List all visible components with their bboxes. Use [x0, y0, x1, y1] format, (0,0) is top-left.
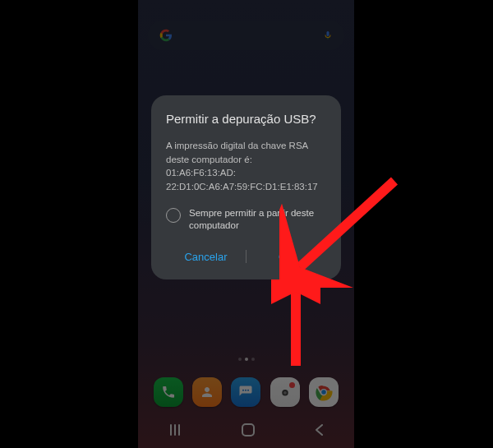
usb-debugging-dialog: Permitir a depuração USB? A impressão di…	[151, 95, 341, 279]
dialog-fingerprint-line1: 01:A6:F6:13:AD:	[166, 166, 326, 180]
dialog-title: Permitir a depuração USB?	[166, 112, 326, 126]
checkbox-label: Sempre permitir a partir deste computado…	[189, 207, 326, 233]
checkbox-unchecked-icon	[166, 208, 181, 223]
dialog-actions: Cancelar OK	[166, 246, 326, 268]
always-allow-checkbox[interactable]: Sempre permitir a partir deste computado…	[166, 207, 326, 233]
dialog-fingerprint-intro: A impressão digital da chave RSA deste c…	[166, 139, 326, 166]
cancel-button[interactable]: Cancelar	[166, 246, 246, 268]
ok-button[interactable]: OK	[246, 246, 326, 268]
phone-screen: Permitir a depuração USB? A impressão di…	[138, 0, 354, 448]
dialog-fingerprint-line2: 22:D1:0C:A6:A7:59:FC:D1:E1:83:17	[166, 180, 326, 194]
dialog-body: A impressão digital da chave RSA deste c…	[166, 139, 326, 194]
